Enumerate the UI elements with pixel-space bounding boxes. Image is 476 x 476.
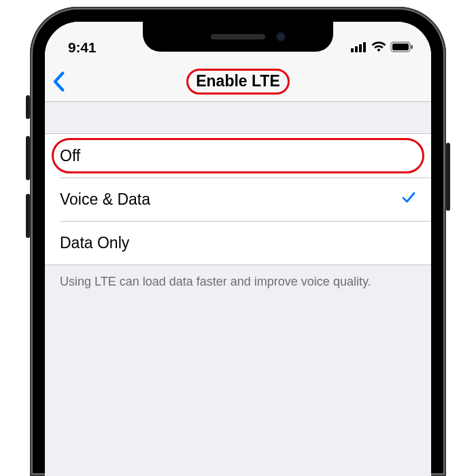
- option-label: Data Only: [60, 234, 129, 252]
- wifi-icon: [371, 39, 386, 56]
- option-data-only[interactable]: Data Only: [45, 221, 431, 265]
- earpiece-speaker: [211, 34, 265, 39]
- checkmark-icon: [401, 190, 416, 209]
- device-frame: 9:41: [30, 7, 446, 476]
- background-fill: [45, 299, 431, 476]
- front-camera: [276, 32, 286, 41]
- cellular-signal-icon: [351, 39, 367, 56]
- chevron-left-icon: [52, 71, 65, 92]
- back-button[interactable]: [52, 71, 65, 92]
- battery-icon: [390, 39, 413, 56]
- lte-options-list: Off Voice & Data Data Only: [45, 133, 431, 265]
- svg-rect-1: [355, 46, 358, 52]
- notch: [143, 22, 333, 52]
- section-footer: Using LTE can load data faster and impro…: [45, 265, 431, 299]
- screen: 9:41: [45, 22, 431, 476]
- svg-rect-5: [392, 44, 409, 50]
- option-voice-and-data[interactable]: Voice & Data: [45, 177, 431, 221]
- mute-switch: [26, 95, 30, 119]
- section-spacer: [45, 102, 431, 133]
- option-off-highlight: [52, 138, 424, 173]
- option-label: Off: [60, 147, 80, 165]
- nav-title-wrap: Enable LTE: [186, 69, 290, 95]
- status-time: 9:41: [68, 39, 96, 56]
- nav-header: Enable LTE: [45, 61, 431, 102]
- option-label: Voice & Data: [60, 190, 150, 209]
- svg-rect-0: [351, 48, 354, 52]
- volume-up-button: [26, 136, 30, 180]
- svg-rect-3: [363, 42, 366, 52]
- power-button: [446, 143, 450, 211]
- svg-rect-2: [359, 44, 362, 52]
- svg-rect-6: [411, 45, 413, 49]
- volume-down-button: [26, 194, 30, 238]
- option-off[interactable]: Off: [45, 134, 431, 177]
- page-title: Enable LTE: [186, 69, 290, 95]
